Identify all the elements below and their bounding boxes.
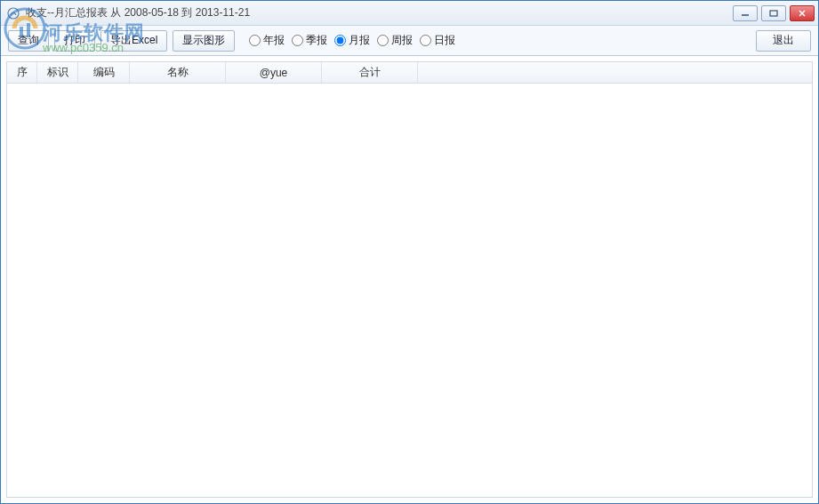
radio-day-label: 日报 [434, 33, 455, 48]
titlebar: 收支--月汇总报表 从 2008-05-18 到 2013-11-21 [1, 1, 818, 26]
print-button[interactable]: 打印 [54, 30, 95, 52]
window-title: 收支--月汇总报表 从 2008-05-18 到 2013-11-21 [26, 5, 733, 20]
column-total[interactable]: 合计 [322, 62, 418, 83]
close-button[interactable] [790, 5, 815, 21]
maximize-button[interactable] [761, 5, 786, 21]
radio-year-label: 年报 [263, 33, 285, 48]
radio-year[interactable]: 年报 [247, 33, 286, 48]
report-period-group: 年报 季报 月报 周报 日报 [247, 33, 457, 48]
column-code[interactable]: 编码 [78, 62, 130, 83]
radio-week-input[interactable] [377, 35, 389, 46]
radio-month-input[interactable] [334, 35, 346, 46]
show-chart-button[interactable]: 显示图形 [173, 30, 235, 52]
minimize-button[interactable] [733, 5, 758, 21]
radio-day-input[interactable] [420, 35, 431, 46]
column-name[interactable]: 名称 [130, 62, 226, 83]
column-flag[interactable]: 标识 [37, 62, 78, 83]
toolbar: 查询 打印 导出Excel 显示图形 年报 季报 月报 周报 日报 [1, 26, 818, 56]
radio-year-input[interactable] [249, 35, 261, 46]
radio-quarter-input[interactable] [292, 35, 303, 46]
grid-header: 序 标识 编码 名称 @yue 合计 [7, 62, 812, 84]
export-excel-button[interactable]: 导出Excel [100, 30, 167, 52]
radio-week[interactable]: 周报 [375, 33, 414, 48]
radio-day[interactable]: 日报 [418, 33, 457, 48]
window-controls [733, 5, 815, 21]
app-window: 收支--月汇总报表 从 2008-05-18 到 2013-11-21 查询 打… [0, 0, 819, 504]
data-grid[interactable]: 序 标识 编码 名称 @yue 合计 [6, 61, 813, 498]
radio-month[interactable]: 月报 [333, 33, 372, 48]
radio-week-label: 周报 [391, 33, 413, 48]
query-button[interactable]: 查询 [8, 30, 49, 52]
content-area: 序 标识 编码 名称 @yue 合计 [1, 56, 818, 503]
radio-quarter-label: 季报 [306, 33, 327, 48]
column-yue[interactable]: @yue [226, 62, 322, 83]
app-icon [6, 6, 20, 20]
radio-quarter[interactable]: 季报 [290, 33, 329, 48]
svg-point-0 [8, 8, 19, 19]
grid-body[interactable] [7, 84, 812, 497]
column-seq[interactable]: 序 [7, 62, 37, 83]
radio-month-label: 月报 [349, 33, 370, 48]
svg-rect-2 [770, 11, 777, 16]
exit-button[interactable]: 退出 [756, 30, 811, 52]
